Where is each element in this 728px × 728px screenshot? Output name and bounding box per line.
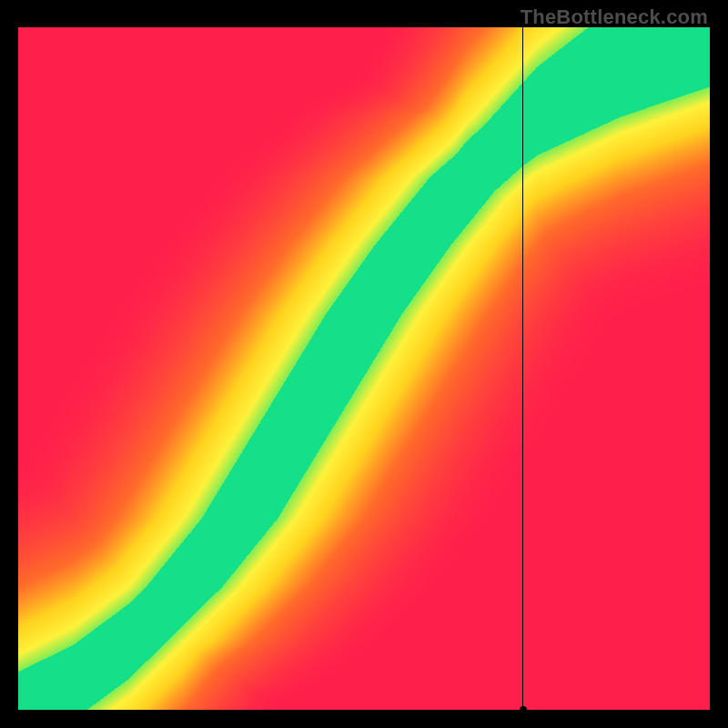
watermark-text: TheBottleneck.com	[521, 5, 708, 29]
heatmap-canvas	[18, 27, 710, 710]
marker-dot	[520, 706, 527, 713]
chart-container: TheBottleneck.com	[0, 0, 728, 728]
crosshair-vertical	[522, 27, 523, 710]
crosshair-horizontal	[18, 710, 710, 711]
heatmap-plot	[18, 27, 710, 710]
